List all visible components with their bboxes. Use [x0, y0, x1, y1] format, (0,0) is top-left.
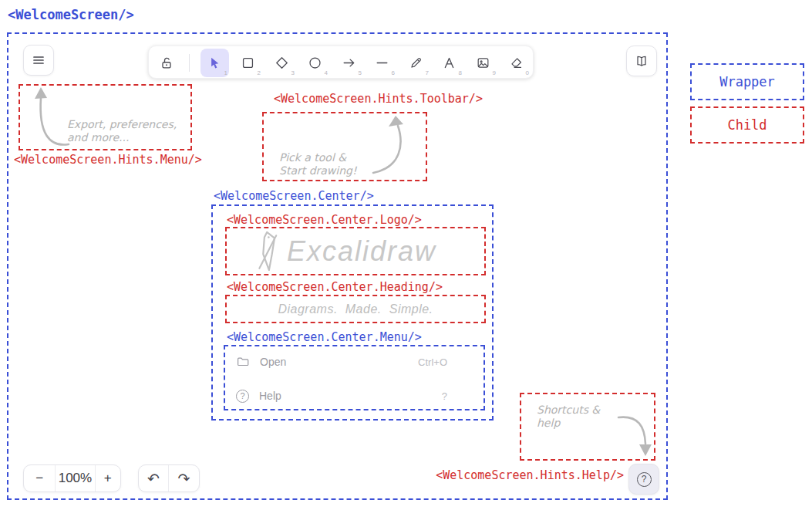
hint-toolbar-text: Pick a tool & Start drawing! — [279, 151, 357, 177]
hints-toolbar-label: <WelcomeScreen.Hints.Toolbar/> — [274, 93, 483, 105]
page-title: <WelcomeScreen/> — [8, 7, 134, 22]
hamburger-icon — [31, 52, 46, 68]
tool-shortcut: 5 — [359, 69, 362, 76]
menu-item-label: Open — [260, 356, 286, 368]
center-heading-child-box: Diagrams. Made. Simple. — [225, 295, 486, 323]
book-icon — [634, 53, 649, 69]
line-icon — [375, 56, 389, 70]
menu-item-help[interactable]: ? Help ? — [236, 387, 473, 405]
menu-item-shortcut: ? — [442, 390, 447, 402]
excalidraw-logo-text: Excalidraw — [287, 235, 436, 268]
undo-button[interactable]: ↶ — [139, 465, 169, 491]
center-menu-label: <WelcomeScreen.Center.Menu/> — [227, 331, 422, 343]
hint-menu-text: Export, preferences, and more... — [67, 118, 177, 144]
ellipse-tool-button[interactable]: 4 — [301, 49, 329, 77]
center-heading-text: Diagrams. Made. Simple. — [227, 296, 484, 322]
tool-shortcut: 7 — [426, 69, 429, 76]
zoom-level[interactable]: 100% — [56, 465, 95, 491]
excalidraw-dagger-icon — [256, 229, 279, 274]
hint-line: Pick a tool & — [279, 151, 357, 164]
hints-help-child-box: Shortcuts & help — [520, 393, 655, 461]
center-wrapper-box: <WelcomeScreen.Center.Logo/> Excalidraw … — [211, 204, 494, 420]
rectangle-icon — [241, 56, 255, 70]
hint-help-text: Shortcuts & help — [537, 404, 600, 430]
legend-wrapper-label: Wrapper — [719, 74, 775, 90]
toolbar-divider — [189, 54, 190, 72]
redo-button[interactable]: ↷ — [169, 465, 199, 491]
tool-shortcut: 4 — [325, 69, 328, 76]
diamond-tool-button[interactable]: 3 — [268, 49, 296, 77]
hint-line: Start drawing! — [279, 164, 357, 177]
tool-shortcut: 3 — [291, 69, 295, 76]
tool-shortcut: 0 — [526, 69, 529, 76]
eraser-tool-button[interactable]: 0 — [502, 49, 531, 77]
center-label: <WelcomeScreen.Center/> — [214, 190, 374, 202]
hint-line: Export, preferences, — [67, 118, 177, 131]
center-heading-label: <WelcomeScreen.Center.Heading/> — [227, 281, 443, 293]
rectangle-tool-button[interactable]: 2 — [234, 49, 262, 77]
zoom-controls: − 100% + — [23, 464, 121, 492]
arrow-icon — [342, 56, 356, 70]
center-logo-child-box: Excalidraw — [225, 227, 486, 275]
help-button[interactable]: ? — [628, 464, 659, 495]
legend-child-box: Child — [690, 106, 804, 144]
undo-icon: ↶ — [147, 471, 160, 486]
menu-item-shortcut: Ctrl+O — [418, 356, 447, 368]
lock-icon — [159, 56, 174, 71]
tool-shortcut: 9 — [493, 69, 496, 76]
hints-menu-child-box: Export, preferences, and more... — [19, 84, 192, 150]
folder-icon — [236, 355, 250, 369]
ellipse-icon — [308, 56, 322, 70]
diamond-icon — [275, 56, 289, 70]
text-icon — [442, 56, 457, 70]
arrow-tool-button[interactable]: 5 — [335, 49, 363, 77]
history-controls: ↶ ↷ — [138, 464, 200, 492]
library-button[interactable] — [626, 46, 657, 76]
hints-toolbar-child-box: Pick a tool & Start drawing! — [262, 112, 427, 181]
hamburger-menu-button[interactable] — [23, 45, 54, 76]
selection-arrow-icon — [207, 56, 222, 70]
hint-line: and more... — [67, 131, 177, 144]
welcome-screen-doc-page: <WelcomeScreen/> 1 — [0, 0, 812, 510]
legend-wrapper-box: Wrapper — [690, 63, 804, 100]
menu-item-open[interactable]: Open Ctrl+O — [236, 353, 473, 371]
draw-tool-button[interactable]: 7 — [402, 49, 430, 77]
hints-help-label: <WelcomeScreen.Hints.Help/> — [430, 469, 624, 481]
menu-item-label: Help — [259, 390, 281, 402]
image-tool-button[interactable]: 9 — [469, 49, 497, 77]
tool-shortcut: 2 — [258, 69, 261, 76]
center-logo-label: <WelcomeScreen.Center.Logo/> — [227, 214, 422, 226]
selection-tool-button[interactable]: 1 — [200, 49, 229, 77]
legend-child-label: Child — [727, 117, 767, 133]
tool-shortcut: 6 — [392, 69, 395, 76]
hint-line: Shortcuts & — [537, 404, 600, 417]
redo-icon: ↷ — [178, 471, 190, 486]
hints-menu-label: <WelcomeScreen.Hints.Menu/> — [14, 154, 202, 166]
image-icon — [476, 56, 490, 70]
help-circle-icon: ? — [236, 390, 249, 403]
lock-tool-button[interactable] — [152, 49, 180, 77]
draw-icon — [409, 56, 423, 70]
tool-shortcut: 8 — [459, 69, 462, 76]
toolbar: 1 2 3 4 — [148, 46, 534, 79]
welcome-screen-wrapper: 1 2 3 4 — [7, 32, 668, 500]
text-tool-button[interactable]: 8 — [435, 49, 463, 77]
help-circle-icon: ? — [637, 472, 652, 487]
hint-line: help — [537, 417, 600, 430]
zoom-out-button[interactable]: − — [24, 465, 56, 491]
eraser-icon — [509, 56, 524, 70]
line-tool-button[interactable]: 6 — [368, 49, 396, 77]
tool-shortcut: 1 — [224, 69, 227, 76]
center-menu-wrapper-box: Open Ctrl+O ? Help ? — [224, 345, 485, 410]
zoom-in-button[interactable]: + — [96, 465, 120, 491]
excalidraw-logo: Excalidraw — [217, 228, 475, 274]
